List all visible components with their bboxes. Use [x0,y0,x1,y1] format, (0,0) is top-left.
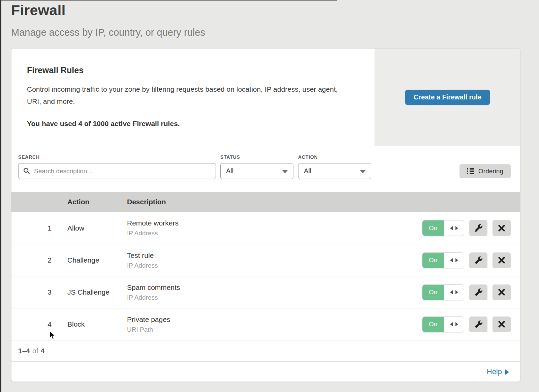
column-header-description: Description [116,198,520,206]
rule-enabled-toggle[interactable]: On [422,284,464,300]
table-row: 1 Allow Remote workers IP Address On [11,212,520,244]
toggle-on-label: On [422,285,444,300]
edit-rule-button[interactable] [469,220,487,236]
rule-action: Block [56,320,116,328]
action-label: ACTION [298,154,371,160]
page-header: Firewall Manage access by IP, country, o… [11,2,205,38]
rule-description: Test rule [127,251,422,260]
rule-enabled-toggle[interactable]: On [422,316,464,332]
help-link[interactable]: Help [487,367,509,376]
close-icon [498,289,505,296]
create-firewall-rule-button[interactable]: Create a Firewall rule [405,90,490,105]
page-subtitle: Manage access by IP, country, or query r… [11,27,205,38]
rules-table: Action Description 1 Allow Remote worker… [11,192,520,361]
left-right-arrows-icon [450,322,458,327]
overview-text: Firewall Rules Control incoming traffic … [11,49,375,146]
search-icon [23,167,30,175]
ordering-button[interactable]: Ordering [459,164,511,178]
rule-action: Challenge [56,256,116,264]
rule-enabled-toggle[interactable]: On [422,220,464,236]
column-header-action: Action [56,198,116,206]
close-icon [498,321,505,328]
rule-match-type: IP Address [127,294,422,301]
table-row: 2 Challenge Test rule IP Address On [11,244,520,276]
table-body: 1 Allow Remote workers IP Address On [11,212,520,340]
firewall-rules-card: Firewall Rules Control incoming traffic … [11,48,520,382]
rule-match-type: IP Address [127,230,422,237]
table-row: 4 Block Private pages URI Path On [11,308,520,340]
edit-rule-button[interactable] [469,252,487,268]
overview-section: Firewall Rules Control incoming traffic … [11,49,520,146]
create-rule-panel: Create a Firewall rule [375,49,520,146]
toggle-on-label: On [422,253,444,268]
rule-priority: 1 [11,224,56,232]
toggle-drag-handle[interactable] [444,253,464,268]
arrow-right-icon [505,369,509,375]
ordering-button-label: Ordering [478,168,503,175]
rule-enabled-toggle[interactable]: On [422,252,464,268]
toggle-drag-handle[interactable] [444,285,464,300]
wrench-icon [475,321,482,328]
left-right-arrows-icon [450,290,458,295]
window-edge-top [0,0,337,1]
pagination-range: 1–4 [18,347,30,355]
rule-description: Private pages [127,315,422,324]
chevron-down-icon [360,170,366,173]
status-label: STATUS [220,154,293,160]
delete-rule-button[interactable] [493,284,511,300]
window-edge [0,0,1,392]
page-title: Firewall [11,2,205,19]
rule-priority: 4 [11,320,56,328]
list-icon [467,168,474,175]
close-icon [498,257,505,264]
left-right-arrows-icon [450,225,458,231]
chevron-down-icon [282,170,288,173]
rule-priority: 3 [11,288,56,296]
action-selected-value: All [304,167,311,175]
pagination: 1–4 of 4 [11,340,520,361]
toggle-on-label: On [422,220,444,236]
pagination-total: 4 [41,347,45,355]
table-row: 3 JS Challenge Spam comments IP Address … [11,276,520,308]
rule-action: Allow [56,224,116,232]
action-select[interactable]: All [298,163,371,179]
edit-rule-button[interactable] [469,316,487,332]
rule-description: Remote workers [127,219,422,227]
section-description: Control incoming traffic to your zone by… [27,83,347,108]
toggle-drag-handle[interactable] [444,317,464,332]
search-label: SEARCH [18,154,216,160]
rule-priority: 2 [11,256,56,264]
wrench-icon [475,224,482,232]
delete-rule-button[interactable] [493,252,511,268]
status-selected-value: All [226,167,233,175]
help-link-label: Help [487,367,502,376]
toggle-drag-handle[interactable] [444,220,464,236]
rule-description: Spam comments [127,283,422,292]
rule-match-type: IP Address [127,262,422,269]
table-header-row: Action Description [11,192,520,212]
status-select[interactable]: All [220,163,293,179]
wrench-icon [475,257,482,264]
edit-rule-button[interactable] [469,284,487,300]
close-icon [498,225,505,232]
usage-summary: You have used 4 of 1000 active Firewall … [27,120,355,128]
delete-rule-button[interactable] [493,316,511,332]
card-footer: Help [11,361,520,382]
rule-action: JS Challenge [56,288,116,296]
left-right-arrows-icon [450,258,458,263]
delete-rule-button[interactable] [493,220,511,236]
section-heading: Firewall Rules [27,65,355,75]
pagination-of: of [32,347,38,355]
toggle-on-label: On [422,317,444,332]
search-input[interactable] [18,163,216,179]
filter-bar: SEARCH STATUS All ACTION All [11,146,520,192]
wrench-icon [475,289,482,296]
rule-match-type: URI Path [127,326,422,333]
